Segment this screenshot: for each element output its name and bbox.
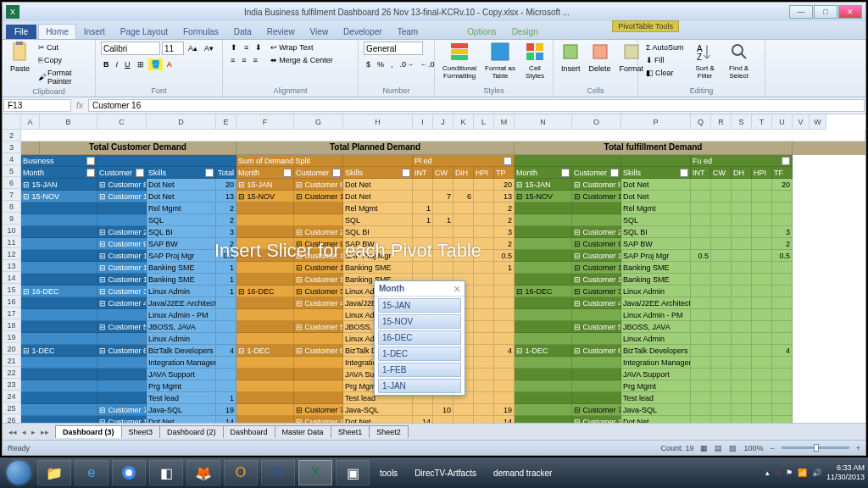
cell[interactable] xyxy=(752,380,772,392)
taskbar-app2[interactable]: ▣ xyxy=(336,460,370,485)
cell[interactable] xyxy=(21,141,40,155)
cell[interactable]: ⊟ 1-DEC xyxy=(21,345,97,357)
align-right-button[interactable]: ≡ xyxy=(251,54,260,66)
cell[interactable]: BizTalk Developers xyxy=(147,345,216,357)
align-bot-button[interactable]: ⬇ xyxy=(253,42,264,53)
volume-icon[interactable]: 🔊 xyxy=(812,469,821,477)
cell[interactable]: INT xyxy=(413,167,433,179)
taskbar-firefox[interactable]: 🦊 xyxy=(186,460,220,485)
cell[interactable]: Linux Admin - PM xyxy=(621,309,691,321)
cell[interactable]: ⊟ 16-DEC xyxy=(515,286,572,297)
cell[interactable] xyxy=(474,357,494,369)
cell[interactable]: ⊟ 16-DEC xyxy=(21,286,97,297)
cell[interactable] xyxy=(691,297,711,309)
cell[interactable]: Rel Mgmt xyxy=(343,202,413,214)
copy-button[interactable]: ⎘Copy xyxy=(36,54,90,66)
select-all-button[interactable] xyxy=(3,114,21,130)
filter-dropdown[interactable]: ▾ xyxy=(680,169,688,177)
cell[interactable]: Skills▾ xyxy=(147,167,216,179)
cell[interactable] xyxy=(711,238,732,250)
cell[interactable]: 1 xyxy=(216,274,236,286)
cell[interactable]: HPI xyxy=(752,167,772,179)
cell[interactable] xyxy=(732,321,752,333)
cell[interactable]: Customer▾ xyxy=(97,167,147,179)
row-header[interactable]: 17 xyxy=(3,308,20,319)
cell[interactable] xyxy=(494,274,515,286)
cell[interactable] xyxy=(21,130,865,141)
cell[interactable] xyxy=(772,202,793,214)
formulas-tab[interactable]: Formulas xyxy=(175,24,226,39)
cell[interactable] xyxy=(711,345,732,357)
col-header-A[interactable]: A xyxy=(21,114,40,129)
cell[interactable]: ⊟ Customer 5 xyxy=(97,321,147,333)
cell[interactable] xyxy=(515,357,572,369)
cell[interactable]: ⊟ Customer 1 xyxy=(294,191,343,202)
cell[interactable] xyxy=(711,191,732,202)
cell[interactable] xyxy=(474,380,494,392)
cell[interactable] xyxy=(572,392,621,404)
cell[interactable]: SAP BW xyxy=(147,238,216,250)
cell[interactable] xyxy=(711,274,732,286)
view-break-button[interactable]: ▧ xyxy=(729,444,737,452)
cell[interactable] xyxy=(752,392,772,404)
cell[interactable] xyxy=(515,297,572,309)
cell[interactable]: SAP Proj Mgr xyxy=(343,250,413,262)
row-header[interactable]: 26 xyxy=(3,414,20,423)
cell[interactable] xyxy=(494,357,515,369)
taskbar-label-3[interactable]: demand tracker xyxy=(487,469,559,478)
slicer-clear-icon[interactable]: ⨯ xyxy=(453,284,460,293)
row-header[interactable]: 10 xyxy=(3,225,20,236)
cell[interactable] xyxy=(711,357,732,369)
underline-button[interactable]: U xyxy=(122,58,133,70)
col-header-L[interactable]: L xyxy=(474,114,494,129)
cell[interactable] xyxy=(294,309,343,321)
cell[interactable]: ⊟ Customer 1 xyxy=(572,191,621,202)
cell[interactable] xyxy=(494,369,515,380)
row-header[interactable]: 23 xyxy=(3,379,20,391)
cell[interactable] xyxy=(236,369,294,380)
cell[interactable] xyxy=(691,262,711,274)
cell[interactable]: ⊟ Customer 4 xyxy=(97,297,147,309)
cell[interactable] xyxy=(453,238,474,250)
cell[interactable] xyxy=(453,416,474,423)
cell[interactable] xyxy=(772,191,793,202)
cell[interactable] xyxy=(732,392,752,404)
border-button[interactable]: ⊞ xyxy=(135,58,147,70)
cell[interactable] xyxy=(494,333,515,345)
col-header-R[interactable]: R xyxy=(711,114,732,129)
cell[interactable] xyxy=(21,380,97,392)
cell[interactable] xyxy=(294,202,343,214)
cell[interactable] xyxy=(732,286,752,297)
cell[interactable]: ⊟ Customer 1 xyxy=(97,191,147,202)
cell[interactable] xyxy=(515,274,572,286)
cell[interactable] xyxy=(752,309,772,321)
cell[interactable] xyxy=(772,380,793,392)
cell[interactable]: ⊟ 1-DEC xyxy=(515,345,572,357)
tray-icon[interactable]: ▴ xyxy=(765,469,770,477)
cell[interactable] xyxy=(433,250,453,262)
cell[interactable] xyxy=(691,333,711,345)
cell[interactable] xyxy=(294,357,343,369)
col-header-B[interactable]: B xyxy=(40,114,97,129)
cell[interactable] xyxy=(691,380,711,392)
row-header[interactable]: 18 xyxy=(3,319,20,331)
row-header[interactable]: 7 xyxy=(3,189,20,201)
cell[interactable] xyxy=(494,392,515,404)
cell[interactable] xyxy=(21,274,97,286)
cell[interactable]: 1 xyxy=(433,214,453,226)
font-family-select[interactable] xyxy=(101,42,160,55)
cell[interactable] xyxy=(453,226,474,238)
cell[interactable]: 19 xyxy=(216,404,236,416)
cell[interactable] xyxy=(572,214,621,226)
cell[interactable] xyxy=(494,321,515,333)
row-header[interactable]: 21 xyxy=(3,355,20,367)
cell[interactable]: Month▾ xyxy=(515,167,572,179)
col-header-E[interactable]: E xyxy=(216,114,236,129)
cell[interactable] xyxy=(772,309,793,321)
cell[interactable]: 4 xyxy=(216,345,236,357)
cell[interactable]: Pl ed▾ xyxy=(413,155,515,167)
cell[interactable] xyxy=(711,369,732,380)
cell[interactable]: 2 xyxy=(494,202,515,214)
cell[interactable]: Dot Net xyxy=(343,416,413,423)
cell[interactable]: SQL xyxy=(343,214,413,226)
